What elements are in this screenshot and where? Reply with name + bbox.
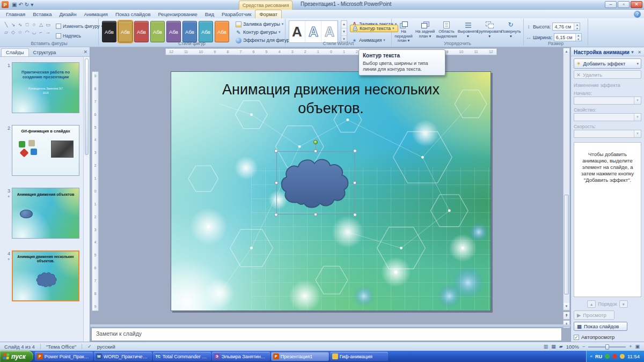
text-outline-button[interactable]: Контур текста▾ — [350, 25, 398, 32]
scroll-up-icon[interactable]: ▲ — [564, 48, 569, 55]
undo-icon[interactable]: ↶ — [18, 1, 23, 9]
resize-handle[interactable] — [274, 149, 278, 153]
shape-item[interactable]: ⌐ — [38, 28, 45, 36]
vertical-ruler[interactable]: 9876543210123456789 — [92, 71, 99, 311]
shape-style-chip[interactable]: Абв — [215, 21, 229, 42]
help-icon[interactable]: ? — [634, 11, 641, 18]
tab-Вид[interactable]: Вид — [201, 10, 218, 18]
taskbar-button[interactable]: ЭЭльвира Занятина - ... — [212, 352, 270, 361]
shape-item[interactable]: ▭ — [45, 21, 52, 28]
resize-handle[interactable] — [353, 149, 357, 153]
shape-item[interactable]: ◠ — [24, 28, 31, 36]
tray-expand-icon[interactable]: « — [590, 354, 592, 359]
tab-Показ слайдов[interactable]: Показ слайдов — [112, 10, 154, 18]
resize-handle[interactable] — [353, 213, 357, 217]
shape-style-chip[interactable]: Абв — [102, 21, 116, 42]
tab-Вставка[interactable]: Вставка — [29, 10, 55, 18]
resize-handle[interactable] — [275, 181, 278, 184]
rotation-handle[interactable] — [313, 140, 318, 144]
slideshow-button[interactable]: ▦ Показ слайдов — [574, 322, 627, 331]
resize-handle[interactable] — [314, 213, 317, 216]
editor-scrollbar[interactable]: ▲ ▼ — [563, 48, 570, 311]
reorder-up-button[interactable]: ▲ — [587, 300, 596, 308]
shape-item[interactable]: ○ — [31, 21, 38, 28]
arrange-align-button[interactable]: Выровнять ▾ — [457, 20, 479, 43]
slide-title[interactable]: Анимация движения нескольких объектов. — [197, 80, 465, 118]
shape-item[interactable]: ▱ — [3, 28, 10, 36]
taskbar-button[interactable]: PПрезентация1 — [271, 352, 329, 361]
shape-style-chip[interactable]: Абв — [199, 21, 213, 42]
close-button[interactable]: ✕ — [631, 1, 642, 8]
resize-handle[interactable] — [353, 181, 356, 184]
slide-thumbnail-4[interactable]: Анимация движения нескольких объектов. — [12, 250, 79, 301]
powerpoint-app-icon[interactable]: P — [2, 1, 9, 8]
width-spinner[interactable]: ▲▼ — [575, 34, 581, 41]
shape-item[interactable]: □ — [24, 21, 31, 28]
change-shape-button[interactable]: Изменить фигуру ▾ — [56, 22, 104, 31]
tab-Дизайн[interactable]: Дизайн — [55, 10, 80, 18]
textbox-button[interactable]: Надпись — [56, 32, 81, 40]
start-select[interactable]: ▼ — [574, 97, 641, 105]
height-input[interactable]: 4,76 см ▲▼ — [552, 23, 580, 31]
shape-style-chip[interactable]: Абв — [182, 21, 197, 42]
arrange-front-button[interactable]: На передний план ▾ — [393, 20, 414, 43]
notes-pane[interactable]: Заметки к слайду — [91, 328, 562, 341]
wordart-style-3[interactable]: А — [321, 21, 338, 42]
tray-icon-green[interactable] — [605, 354, 610, 359]
resize-handle[interactable] — [314, 150, 317, 153]
shape-item[interactable]: ↘ — [10, 21, 17, 28]
play-button[interactable]: ▶ Просмотр — [574, 311, 614, 320]
speed-select[interactable]: ▼ — [574, 130, 641, 138]
language-indicator[interactable]: русский — [97, 344, 115, 350]
taskbar-button[interactable]: WWORD_Практическая... — [94, 352, 152, 361]
slide-sorter-icon[interactable]: ▦ — [551, 344, 556, 349]
shape-item[interactable]: △ — [38, 21, 45, 28]
pane-close-icon[interactable]: ✕ — [638, 50, 641, 55]
tray-icon-yellow[interactable] — [620, 354, 625, 359]
wordart-style-1[interactable]: А — [289, 21, 305, 42]
shape-item[interactable]: ╲ — [3, 21, 10, 28]
pane-menu-icon[interactable]: ▼ — [630, 50, 634, 55]
cloud-shape[interactable] — [276, 151, 355, 215]
minimize-button[interactable]: – — [605, 1, 617, 8]
slide-thumbnail-1[interactable]: Практическая работа по созданию презента… — [12, 62, 79, 113]
arrange-back-button[interactable]: На задний план ▾ — [414, 20, 436, 43]
add-effect-button[interactable]: ✶ Добавить эффект ▾ — [574, 58, 641, 69]
arrange-pane-button[interactable]: Область выделения — [436, 20, 457, 43]
tab-Главная[interactable]: Главная — [2, 10, 29, 18]
zoom-level[interactable]: 100% — [566, 344, 579, 350]
taskbar-button[interactable]: Гиф-анимация — [330, 352, 388, 361]
slideshow-view-icon[interactable]: ▰ — [559, 344, 563, 349]
tab-format[interactable]: Формат — [255, 10, 282, 18]
zoom-slider[interactable] — [588, 344, 626, 350]
shape-item[interactable]: ◡ — [31, 28, 38, 36]
shape-item[interactable]: ◇ — [10, 28, 17, 36]
tab-slides[interactable]: Слайды — [1, 48, 29, 56]
slides-scrollbar[interactable] — [83, 57, 90, 342]
animation-list[interactable]: Чтобы добавить анимацию, выделите элемен… — [574, 142, 641, 297]
notes-splitter[interactable] — [90, 324, 570, 327]
close-icon[interactable]: ✕ — [83, 48, 87, 56]
tab-outline[interactable]: Структура — [29, 49, 61, 56]
height-spinner[interactable]: ▲▼ — [574, 23, 580, 30]
tray-icon-red[interactable] — [612, 354, 617, 359]
shape-style-chip[interactable]: Абв — [150, 21, 165, 42]
wordart-style-2[interactable]: А — [305, 21, 321, 42]
shape-style-chip[interactable]: Абв — [134, 21, 149, 42]
autopreview-checkbox[interactable]: ✓ — [574, 335, 579, 340]
zoom-in-icon[interactable]: + — [629, 344, 632, 349]
remove-effect-button[interactable]: ✕ Удалить — [574, 70, 641, 79]
wordart-gallery-scroll[interactable]: ▲▼▼ — [341, 20, 347, 42]
shape-item[interactable]: ∿ — [17, 21, 24, 28]
slide-thumbnail-3[interactable]: Анимация движения объектов — [12, 188, 79, 239]
slide-canvas[interactable]: Анимация движения нескольких объектов. — [171, 71, 491, 311]
slide-thumbnail-2[interactable]: Gif-фнимация в слайдах — [12, 125, 79, 176]
tab-Рецензирование[interactable]: Рецензирование — [154, 10, 201, 18]
taskbar-button[interactable]: PPower Point_Практи... — [35, 352, 93, 361]
resize-handle[interactable] — [274, 213, 278, 217]
reorder-down-button[interactable]: ▼ — [619, 300, 628, 308]
qat-dropdown-icon[interactable]: ▾ — [31, 1, 33, 9]
zoom-out-icon[interactable]: − — [582, 344, 585, 349]
taskbar-button[interactable]: TCTotal Commander 8.0... — [153, 352, 211, 361]
tab-Анимация[interactable]: Анимация — [80, 10, 112, 18]
